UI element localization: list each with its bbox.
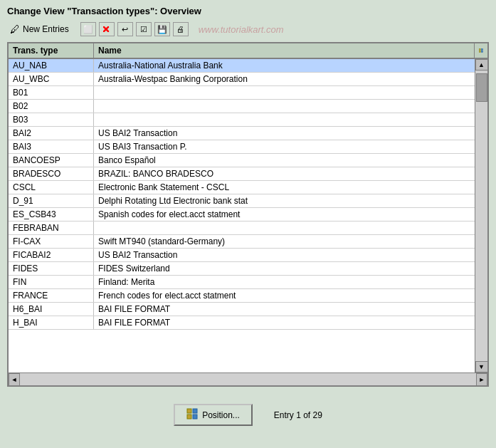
check-button[interactable]: ☑ [136, 22, 152, 36]
table-row[interactable]: AU_WBCAustralia-Westpac Banking Corporat… [9, 73, 487, 86]
name-cell: US BAI2 Transaction [94, 249, 487, 261]
svg-rect-4 [187, 409, 191, 413]
table-row[interactable]: FICABAI2US BAI2 Transaction [9, 249, 487, 262]
table-row[interactable]: H6_BAIBAI FILE FORMAT [9, 303, 487, 316]
print-button[interactable]: 🖨 [173, 22, 189, 36]
name-cell: Australia-National Australia Bank [94, 59, 487, 72]
table-row[interactable]: BAI3US BAI3 Transaction P. [9, 140, 487, 154]
table-row[interactable]: BRADESCOBRAZIL: BANCO BRADESCO [9, 167, 487, 181]
table-row[interactable]: FINFinland: Merita [9, 276, 487, 289]
trans-type-cell: FIDES [9, 262, 94, 275]
trans-type-cell: AU_NAB [9, 59, 94, 72]
table-row[interactable]: B03 [9, 113, 487, 127]
position-button[interactable]: Position... [174, 404, 253, 426]
svg-rect-1 [481, 48, 482, 50]
trans-type-cell: CSCL [9, 181, 94, 194]
table-row[interactable]: BANCOESPBanco Español [9, 154, 487, 167]
table-row[interactable]: BAI2US BAI2 Transaction [9, 127, 487, 140]
scroll-up-arrow[interactable]: ▲ [475, 59, 488, 71]
undo-icon: ↩ [122, 25, 128, 34]
table-body: AU_NABAustralia-National Australia BankA… [9, 59, 487, 330]
horizontal-scrollbar[interactable]: ◄ ► [9, 373, 487, 385]
main-window: Change View "Transaction types": Overvie… [0, 0, 496, 448]
position-icon [186, 408, 198, 422]
name-cell: Delphi Rotating Ltd Electronic bank stat [94, 194, 487, 207]
name-cell: US BAI3 Transaction P. [94, 140, 487, 153]
name-cell: FIDES Switzerland [94, 262, 487, 275]
scroll-left-arrow[interactable]: ◄ [9, 373, 20, 386]
svg-rect-5 [193, 409, 197, 413]
table-row[interactable]: FRANCEFrench codes for elect.acct statme… [9, 289, 487, 303]
table-row[interactable]: CSCLElectronic Bank Statement - CSCL [9, 181, 487, 194]
name-cell [94, 100, 487, 113]
trans-type-cell: ES_CSB43 [9, 208, 94, 221]
trans-type-cell: FRANCE [9, 289, 94, 302]
trans-type-cell: FI-CAX [9, 235, 94, 248]
table-row[interactable]: H_BAIBAI FILE FORMAT [9, 316, 487, 330]
name-cell: BRAZIL: BANCO BRADESCO [94, 167, 487, 180]
trans-type-cell: B03 [9, 113, 94, 126]
trans-type-cell: FICABAI2 [9, 249, 94, 261]
name-cell: Australia-Westpac Banking Corporation [94, 73, 487, 85]
name-cell: Finland: Merita [94, 276, 487, 288]
new-entries-label: New Entries [23, 24, 69, 34]
save-icon: 💾 [157, 25, 167, 34]
table-row[interactable]: FI-CAXSwift MT940 (standard-Germany) [9, 235, 487, 249]
table-row[interactable]: B01 [9, 86, 487, 100]
scroll-right-arrow[interactable]: ► [476, 373, 487, 386]
new-entries-button[interactable]: 🖊 New Entries [7, 22, 72, 36]
svg-rect-3 [481, 51, 482, 52]
trans-type-cell: BANCOESP [9, 154, 94, 167]
undo-button[interactable]: ↩ [117, 22, 133, 36]
svg-rect-0 [479, 48, 480, 50]
name-cell: Banco Español [94, 154, 487, 167]
copy-icon: ⬜ [83, 25, 93, 34]
position-btn-label: Position... [202, 410, 240, 420]
column-selector-icon[interactable] [475, 43, 487, 58]
check-icon: ☑ [140, 25, 147, 34]
name-cell: French codes for elect.acct statment [94, 289, 487, 302]
print-icon: 🖨 [176, 25, 184, 33]
trans-type-cell: AU_WBC [9, 73, 94, 85]
table-row[interactable]: FIDESFIDES Switzerland [9, 262, 487, 276]
save-button[interactable]: 💾 [154, 22, 170, 36]
name-cell [94, 86, 487, 99]
trans-type-cell: BAI2 [9, 127, 94, 140]
name-cell: BAI FILE FORMAT [94, 303, 487, 316]
new-entries-icon: 🖊 [10, 24, 20, 35]
copy-button[interactable]: ⬜ [80, 22, 96, 36]
table-header: Trans. type Name [9, 43, 487, 59]
col2-header: Name [94, 43, 475, 58]
scroll-track-h[interactable] [20, 373, 476, 385]
trans-type-cell: D_91 [9, 194, 94, 207]
name-cell: US BAI2 Transaction [94, 127, 487, 140]
delete-button[interactable]: 🗙 [99, 22, 115, 36]
delete-icon: 🗙 [102, 25, 110, 33]
scroll-thumb-v[interactable] [476, 73, 487, 102]
name-cell [94, 222, 487, 234]
toolbar: 🖊 New Entries ⬜ 🗙 ↩ ☑ 💾 🖨 www.tutorialka… [0, 19, 496, 39]
table-row[interactable]: AU_NABAustralia-National Australia Bank [9, 59, 487, 73]
name-cell: Electronic Bank Statement - CSCL [94, 181, 487, 194]
trans-type-cell: B02 [9, 100, 94, 113]
vertical-scrollbar[interactable]: ▲ ▼ [475, 59, 487, 373]
data-table: Trans. type Name AU_NABAustralia-Nationa… [7, 42, 489, 387]
trans-type-cell: B01 [9, 86, 94, 99]
watermark: www.tutorialkart.com [199, 24, 284, 35]
col1-header: Trans. type [9, 43, 94, 58]
name-cell [94, 113, 487, 126]
trans-type-cell: BRADESCO [9, 167, 94, 180]
name-cell: Spanish codes for elect.acct statment [94, 208, 487, 221]
footer-area: Position... Entry 1 of 29 [0, 390, 496, 433]
trans-type-cell: FIN [9, 276, 94, 288]
entry-info: Entry 1 of 29 [274, 410, 322, 420]
table-row[interactable]: FEBRABAN [9, 222, 487, 235]
svg-rect-6 [187, 415, 191, 419]
scroll-track-v[interactable] [475, 71, 487, 361]
table-row[interactable]: ES_CSB43Spanish codes for elect.acct sta… [9, 208, 487, 222]
trans-type-cell: BAI3 [9, 140, 94, 153]
scroll-down-arrow[interactable]: ▼ [475, 361, 488, 373]
trans-type-cell: H6_BAI [9, 303, 94, 316]
table-row[interactable]: B02 [9, 100, 487, 113]
table-row[interactable]: D_91Delphi Rotating Ltd Electronic bank … [9, 194, 487, 208]
